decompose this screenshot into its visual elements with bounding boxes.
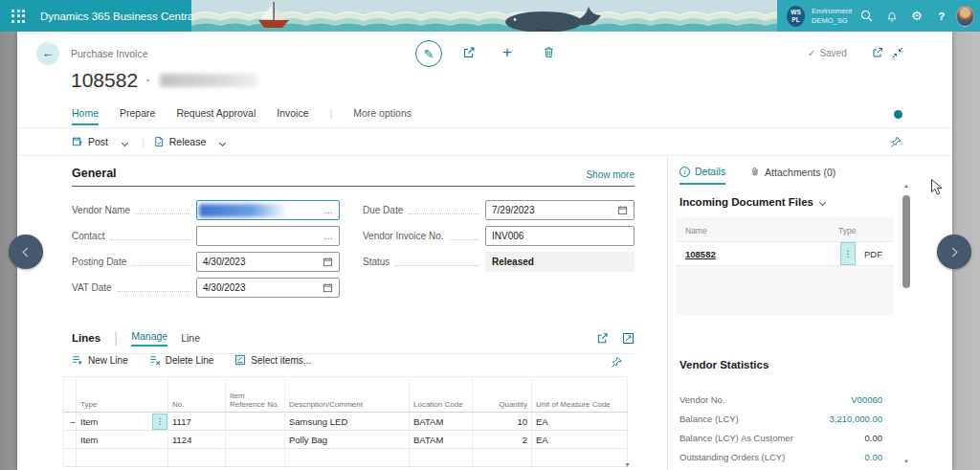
scroll-down-icon[interactable]: ▼ — [902, 459, 910, 464]
document-link[interactable]: 108582 — [685, 249, 840, 259]
due-date-input[interactable]: 7/29/2023 — [485, 200, 635, 220]
environment-badge[interactable]: WS PL — [787, 6, 805, 27]
open-in-excel-icon[interactable] — [622, 332, 635, 345]
post-button[interactable]: Post — [72, 136, 108, 147]
settings-gear-icon[interactable]: ⚙ — [904, 0, 929, 32]
calendar-icon — [323, 282, 333, 293]
outstanding-orders-link[interactable]: 0.00 — [865, 452, 883, 462]
lines-title: Lines — [72, 332, 100, 344]
next-record-button[interactable] — [937, 235, 971, 269]
status-field-row: Status Released — [363, 252, 635, 272]
vendor-lookup-ellipsis[interactable]: … — [323, 205, 333, 215]
notifications-bell-icon[interactable] — [880, 0, 904, 32]
scroll-up-icon[interactable]: ▲ — [902, 183, 910, 189]
user-avatar[interactable] — [956, 6, 974, 27]
tab-more-options[interactable]: More options — [353, 107, 412, 123]
select-items-button[interactable]: Select items... — [234, 354, 311, 366]
due-date-field-row: Due Date 7/29/2023 — [363, 200, 635, 220]
environment-label: Environment DEMO_SG — [812, 7, 855, 25]
row-kebab-menu-icon[interactable]: ⋮ — [152, 414, 167, 430]
lines-share-icon[interactable] — [596, 332, 609, 345]
help-icon[interactable]: ? — [929, 0, 954, 32]
stat-row: Balance (LCY) 3,210,000.00 — [679, 409, 882, 428]
delete-line-button[interactable]: Delete Line — [149, 354, 214, 366]
cell-item-ref[interactable] — [226, 413, 285, 430]
post-dropdown-chevron[interactable] — [117, 133, 133, 150]
cell-item-ref[interactable] — [226, 431, 285, 448]
cell-no[interactable]: 1117 — [168, 413, 226, 430]
back-button[interactable]: ← — [36, 42, 59, 65]
factbox-scrollbar[interactable]: ▲ ▼ — [902, 183, 910, 464]
pin-actionbar-icon[interactable] — [890, 136, 902, 148]
search-icon[interactable] — [855, 0, 880, 32]
calendar-icon — [617, 205, 628, 215]
document-number: 108582 — [71, 69, 138, 92]
cell-uom[interactable]: EA — [532, 413, 628, 430]
col-type[interactable]: Type — [77, 377, 168, 412]
col-item-ref-no[interactable]: Item Reference No. — [226, 377, 285, 412]
vendor-statistics-list: Vendor No. V00060 Balance (LCY) 3,210,00… — [679, 390, 882, 466]
vendor-no-link[interactable]: V00060 — [851, 394, 882, 405]
cell-type[interactable]: Item — [77, 431, 168, 448]
lines-tab-manage[interactable]: Manage — [131, 330, 167, 347]
col-quantity[interactable]: Quantity — [473, 377, 532, 412]
cell-quantity[interactable]: 2 — [473, 431, 532, 448]
notification-dot[interactable] — [894, 110, 902, 119]
document-kebab-menu-icon[interactable]: ⋮ — [840, 242, 856, 265]
table-row-empty[interactable] — [63, 449, 628, 467]
status-value: Released — [485, 252, 635, 272]
previous-record-button[interactable] — [9, 235, 43, 269]
app-launcher-icon[interactable] — [11, 10, 25, 23]
share-icon[interactable] — [462, 46, 476, 59]
tab-prepare[interactable]: Prepare — [120, 107, 155, 123]
new-document-button[interactable]: + — [502, 43, 512, 62]
scrollbar-thumb[interactable] — [902, 195, 910, 288]
col-no[interactable]: No. — [168, 377, 226, 412]
app-title[interactable]: Dynamics 365 Business Central — [40, 11, 196, 22]
balance-lcy-link[interactable]: 3,210,000.00 — [830, 414, 882, 424]
action-bar: Post | Release — [72, 133, 231, 150]
table-scroll-down-icon[interactable]: ▼ — [624, 461, 631, 468]
collapse-icon[interactable] — [892, 47, 903, 58]
edit-button[interactable]: ✎ — [415, 40, 442, 67]
col-description[interactable]: Description/Comment — [285, 377, 410, 412]
vendor-name-input[interactable]: … — [196, 200, 340, 220]
cell-location[interactable]: BATAM — [410, 431, 473, 448]
col-location-code[interactable]: Location Code — [410, 377, 473, 412]
tab-attachments[interactable]: Attachments (0) — [750, 166, 835, 184]
contact-input[interactable]: … — [196, 226, 340, 246]
posting-date-field-row: Posting Date 4/30/2023 — [72, 252, 340, 272]
release-dropdown-chevron[interactable] — [214, 133, 231, 150]
cell-uom[interactable]: EA — [532, 431, 628, 448]
popout-icon[interactable] — [872, 47, 883, 58]
vendor-invoice-no-input[interactable]: INV006 — [485, 226, 635, 246]
plus-icon: + — [502, 43, 512, 62]
cell-description[interactable]: Polly Bag — [285, 431, 410, 448]
col-uom-code[interactable]: Unit of Measure Code — [532, 377, 628, 412]
delete-trash-icon[interactable] — [543, 46, 555, 58]
cell-location[interactable]: BATAM — [410, 413, 473, 430]
cell-quantity[interactable]: 10 — [473, 413, 532, 430]
post-icon — [72, 136, 83, 147]
vat-date-input[interactable]: 4/30/2023 — [196, 278, 340, 298]
tab-request-approval[interactable]: Request Approval — [176, 107, 256, 123]
document-row[interactable]: 108582 ⋮ PDF — [676, 241, 894, 266]
show-more-link[interactable]: Show more — [586, 169, 635, 180]
tab-home[interactable]: Home — [72, 107, 99, 125]
cell-type[interactable]: Item ⋮ — [77, 413, 168, 430]
purchase-invoice-page: ← Purchase Invoice ✎ + ✓ Saved 108582 · … — [17, 32, 952, 470]
release-button[interactable]: Release — [153, 136, 207, 147]
tab-invoice[interactable]: Invoice — [277, 107, 308, 123]
cell-no[interactable]: 1124 — [168, 431, 226, 448]
pin-lines-icon[interactable] — [611, 356, 623, 369]
badge-line2: PL — [791, 16, 799, 23]
incoming-document-files-header[interactable]: Incoming Document Files — [679, 196, 825, 208]
posting-date-input[interactable]: 4/30/2023 — [196, 252, 340, 272]
contact-lookup-ellipsis[interactable]: … — [323, 231, 333, 241]
table-row[interactable]: → Item ⋮ 1117 Samsung LED BATAM 10 EA — [63, 413, 628, 431]
cell-description[interactable]: Samsung LED — [285, 413, 410, 430]
tab-details[interactable]: i Details — [679, 166, 725, 185]
lines-tab-line[interactable]: Line — [181, 332, 200, 344]
table-row[interactable]: Item 1124 Polly Bag BATAM 2 EA — [63, 431, 628, 449]
new-line-button[interactable]: New Line — [72, 354, 128, 366]
